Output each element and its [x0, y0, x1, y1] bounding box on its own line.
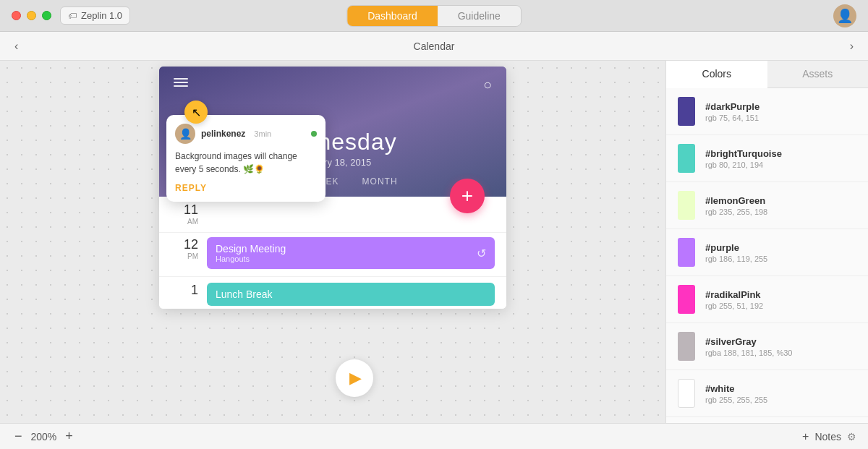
color-item-silver-gray[interactable]: #silverGrayrgba 188, 181, 185, %30	[666, 323, 868, 370]
right-panel: Colors Assets #darkPurplergb 75, 64, 151…	[665, 61, 868, 423]
reply-button[interactable]: REPLY	[175, 183, 317, 193]
tab-assets[interactable]: Assets	[767, 61, 869, 87]
zeplin-icon: 🏷	[68, 11, 77, 21]
color-swatch-dark-purple	[678, 97, 695, 126]
event-refresh-icon: ↺	[477, 247, 486, 260]
close-button[interactable]	[12, 11, 21, 20]
notes-add-icon[interactable]: +	[802, 430, 809, 443]
color-value-silver-gray: rgba 188, 181, 185, %30	[705, 348, 792, 357]
color-swatch-bright-turquoise	[678, 144, 695, 173]
event-title: Design Meeting	[216, 243, 286, 255]
zoom-out-button[interactable]: −	[12, 429, 25, 444]
comment-bubble: 👤 pelinkenez 3min Background images will…	[166, 115, 326, 202]
color-value-lemon-green: rgb 235, 255, 198	[705, 208, 767, 216]
play-button[interactable]: ▶	[336, 359, 373, 397]
traffic-lights	[12, 11, 51, 20]
event-subtitle: Hangouts	[216, 255, 286, 263]
commenter-name: pelinkenez	[201, 129, 245, 139]
forward-arrow-button[interactable]: ›	[844, 37, 859, 56]
minimize-button[interactable]	[27, 11, 36, 20]
color-item-purple[interactable]: #purplergb 186, 119, 255	[666, 229, 868, 276]
color-info-silver-gray: #silverGrayrgba 188, 181, 185, %30	[705, 336, 792, 357]
color-name-purple: #purple	[705, 242, 767, 253]
nav-tabs: Dashboard Guideline	[346, 5, 522, 27]
menu-icon[interactable]	[174, 78, 188, 87]
zoom-level: 200%	[31, 431, 57, 442]
time-11: 11 AM	[171, 202, 207, 226]
color-value-purple: rgb 186, 119, 255	[705, 255, 767, 263]
color-name-bright-turquoise: #brightTurquoise	[705, 148, 782, 159]
commenter-avatar: 👤	[175, 124, 195, 144]
time-1: 1	[171, 283, 207, 298]
color-value-bright-turquoise: rgb 80, 210, 194	[705, 161, 782, 169]
bottom-bar: − 200% + + Notes ⚙	[0, 423, 868, 449]
color-item-radikal-pink[interactable]: #radikalPinkrgb 255, 51, 192	[666, 276, 868, 323]
tab-dashboard[interactable]: Dashboard	[347, 6, 438, 26]
color-swatch-silver-gray	[678, 332, 695, 361]
color-swatch-radikal-pink	[678, 285, 695, 314]
fab-add-button[interactable]: +	[450, 179, 485, 213]
color-info-dark-purple: #darkPurplergb 75, 64, 151	[705, 101, 760, 122]
secondary-bar: ‹ Calendar ›	[0, 32, 868, 61]
color-value-white: rgb 255, 255, 255	[705, 395, 767, 404]
color-value-dark-purple: rgb 75, 64, 151	[705, 114, 760, 122]
notes-area: + Notes ⚙	[802, 430, 856, 443]
time-row-1pm: 1 Lunch Break	[159, 277, 506, 309]
avatar[interactable]: 👤	[833, 4, 856, 27]
zoom-controls: − 200% +	[12, 429, 76, 444]
color-name-lemon-green: #lemonGreen	[705, 195, 767, 206]
color-name-white: #white	[705, 383, 767, 394]
page-title: Calendar	[414, 40, 455, 52]
canvas-area: ○ Wednesday February 18, 2015 DAY WEEK M…	[0, 61, 665, 423]
event-area-1pm: Lunch Break	[207, 283, 495, 309]
main-area: ○ Wednesday February 18, 2015 DAY WEEK M…	[0, 61, 868, 423]
tab-colors[interactable]: Colors	[666, 61, 767, 88]
app-title-button[interactable]: 🏷 Zeplin 1.0	[60, 7, 130, 25]
color-info-purple: #purplergb 186, 119, 255	[705, 242, 767, 263]
back-arrow-button[interactable]: ‹	[9, 37, 24, 56]
color-name-radikal-pink: #radikalPink	[705, 289, 763, 300]
color-name-dark-purple: #darkPurple	[705, 101, 760, 112]
event-lunch-break[interactable]: Lunch Break	[207, 283, 495, 306]
color-info-bright-turquoise: #brightTurquoisergb 80, 210, 194	[705, 148, 782, 169]
color-item-lemon-green[interactable]: #lemonGreenrgb 235, 255, 198	[666, 182, 868, 229]
time-12: 12 PM	[171, 237, 207, 260]
color-swatch-white	[678, 379, 695, 408]
color-value-radikal-pink: rgb 255, 51, 192	[705, 302, 763, 310]
tab-month[interactable]: MONTH	[362, 176, 398, 189]
event-design-meeting[interactable]: Design Meeting Hangouts ↺	[207, 237, 495, 269]
calendar-body: 11 AM 12 PM Design Meeting	[159, 197, 506, 309]
color-info-lemon-green: #lemonGreenrgb 235, 255, 198	[705, 195, 767, 216]
time-row-12pm: 12 PM Design Meeting Hangouts ↺	[159, 233, 506, 277]
notes-label[interactable]: Notes	[814, 431, 841, 442]
search-icon[interactable]: ○	[483, 77, 492, 93]
color-list: #darkPurplergb 75, 64, 151#brightTurquoi…	[666, 88, 868, 423]
color-item-dark-purple[interactable]: #darkPurplergb 75, 64, 151	[666, 88, 868, 135]
app-title-label: Zeplin 1.0	[81, 10, 122, 21]
color-item-bright-turquoise[interactable]: #brightTurquoisergb 80, 210, 194	[666, 135, 868, 182]
color-swatch-lemon-green	[678, 191, 695, 220]
online-indicator	[311, 131, 317, 137]
event-area-12pm: Design Meeting Hangouts ↺	[207, 237, 495, 272]
notes-gear-icon[interactable]: ⚙	[847, 431, 856, 442]
title-bar: 🏷 Zeplin 1.0 Dashboard Guideline 👤	[0, 0, 868, 32]
comment-header: 👤 pelinkenez 3min	[175, 124, 317, 144]
color-name-silver-gray: #silverGray	[705, 336, 792, 347]
comment-time: 3min	[254, 129, 271, 138]
tab-guideline[interactable]: Guideline	[438, 6, 521, 26]
maximize-button[interactable]	[42, 11, 51, 20]
color-swatch-purple	[678, 238, 695, 267]
zoom-in-button[interactable]: +	[62, 429, 76, 444]
color-info-radikal-pink: #radikalPinkrgb 255, 51, 192	[705, 289, 763, 310]
lunch-title: Lunch Break	[216, 288, 273, 300]
color-info-white: #whitergb 255, 255, 255	[705, 383, 767, 404]
color-item-white[interactable]: #whitergb 255, 255, 255	[666, 370, 868, 417]
panel-tabs: Colors Assets	[666, 61, 868, 88]
cursor-icon: ↖	[184, 101, 208, 124]
comment-text: Background images will change every 5 se…	[175, 150, 317, 176]
